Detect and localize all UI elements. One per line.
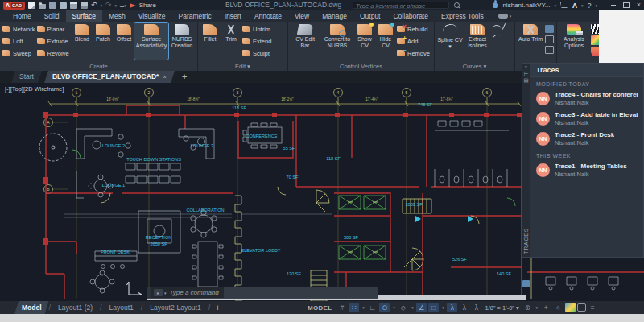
trace-list-item[interactable]: NN Trace2 - Front Desk Nishant Naik xyxy=(530,129,643,149)
layout-tab[interactable]: Model xyxy=(14,301,49,314)
undo-icon[interactable]: ↶ xyxy=(91,2,97,9)
arc-icon[interactable] xyxy=(491,33,502,43)
active-document-tab[interactable]: BLVD OFFICE_PLAN-AUTOCAD* × xyxy=(44,71,175,83)
ribbon-large-button[interactable]: Blend xyxy=(72,23,93,60)
ribbon-tab[interactable]: Express Tools xyxy=(435,10,490,22)
ribbon-large-button[interactable]: NURBS Creation xyxy=(168,23,196,60)
layout-tab[interactable]: Layout1 (2) xyxy=(51,301,100,314)
ribbon-tab[interactable]: Manage xyxy=(316,10,353,22)
ribbon-group-label-curves[interactable]: Curves ▾ xyxy=(436,63,513,71)
ribbon-large-button[interactable]: Fillet xyxy=(200,23,221,60)
close-palette-icon[interactable]: × xyxy=(525,64,528,71)
ribbon-small-button[interactable]: Remove xyxy=(397,48,431,58)
qat-customize-icon[interactable]: ▬▾ xyxy=(120,3,126,8)
ribbon-small-button[interactable]: Rebuild xyxy=(397,24,431,34)
ribbon-small-button[interactable]: Add xyxy=(397,36,431,46)
new-drawing-button[interactable]: + xyxy=(177,71,192,83)
trace-list-item[interactable]: NN Trace1 - Meeting Tables Nishant Naik xyxy=(530,160,643,180)
ribbon-large-button[interactable]: Auto Trim xyxy=(517,23,544,60)
osnap-dropdown-icon[interactable]: ▾ xyxy=(440,303,445,312)
share-button[interactable]: Share xyxy=(139,2,156,9)
open-file-icon[interactable] xyxy=(39,2,46,9)
ribbon-small-button[interactable]: Extrude xyxy=(37,36,71,46)
graphics-performance-icon[interactable] xyxy=(565,303,576,312)
ribbon-small-button[interactable]: Planar xyxy=(37,24,71,34)
project-ucs-icon[interactable] xyxy=(545,46,554,54)
help-icon[interactable]: ? xyxy=(587,2,591,10)
project-geometry-icon[interactable] xyxy=(545,25,554,33)
ribbon-small-button[interactable]: Extend xyxy=(242,36,276,46)
annotation-scale-icon[interactable]: λ xyxy=(471,303,481,312)
customization-dropdown-icon[interactable]: ▾ xyxy=(535,303,539,312)
model-space-label[interactable]: MODEL xyxy=(308,304,332,312)
ribbon-large-button[interactable]: Offset xyxy=(114,23,134,60)
ribbon-tab[interactable]: Insert xyxy=(218,10,248,22)
ribbon-large-button[interactable]: Extract Isolines xyxy=(464,23,491,60)
ribbon-tab[interactable]: Visualize xyxy=(132,10,172,22)
command-input-area[interactable] xyxy=(224,287,378,298)
ribbon-tab[interactable]: Parametric xyxy=(172,10,218,22)
traces-palette-icon[interactable] xyxy=(522,280,530,287)
polar-tracking-icon[interactable]: ⊙ xyxy=(379,303,390,312)
new-layout-button[interactable]: + xyxy=(210,302,225,314)
redo-dropdown-icon[interactable]: ▾ xyxy=(115,3,118,8)
redo-icon[interactable]: ↷ xyxy=(105,2,112,9)
project-view-icon[interactable] xyxy=(545,35,554,43)
grid-display-icon[interactable]: # xyxy=(336,303,347,312)
isodraft-dropdown-icon[interactable]: ▾ xyxy=(410,303,415,312)
save-as-icon[interactable] xyxy=(60,2,67,9)
user-dropdown-icon[interactable]: ▾ xyxy=(554,3,556,8)
command-line-grip[interactable] xyxy=(147,287,151,298)
ribbon-group-label-control-vertices[interactable]: Control Vertices xyxy=(290,63,432,71)
ribbon-large-button[interactable]: Trim xyxy=(221,23,242,60)
save-icon[interactable] xyxy=(49,2,56,9)
ribbon-tab[interactable]: Mesh xyxy=(102,10,132,22)
plus-icon[interactable]: + xyxy=(541,303,551,312)
autohide-palette-icon[interactable]: ⊢ xyxy=(524,71,529,77)
traces-side-tab[interactable]: TRACES xyxy=(523,228,529,254)
trace-list-item[interactable]: NN Trace4 - Chairs for conference ro Nis… xyxy=(530,89,643,109)
undo-dropdown-icon[interactable]: ▾ xyxy=(101,3,103,8)
ribbon-group-label-edit[interactable]: Edit ▾ xyxy=(200,63,286,71)
customization-gear-icon[interactable]: ⊕ xyxy=(522,303,533,312)
isolate-objects-icon[interactable]: ○ xyxy=(553,303,564,312)
annotation-scale-value[interactable]: 1/8" = 1'-0" ▾ xyxy=(483,304,520,312)
autocad-logo[interactable]: A CAD xyxy=(3,2,25,10)
annotation-visibility-icon[interactable]: λ xyxy=(447,303,457,312)
line-segment-icon[interactable] xyxy=(502,23,513,33)
ribbon-large-button[interactable]: Hide CV xyxy=(375,23,396,60)
snap-dropdown-icon[interactable]: ▾ xyxy=(361,303,365,312)
object-snap-icon[interactable]: □ xyxy=(428,303,439,312)
ribbon-large-button[interactable]: Analysis Options xyxy=(559,23,589,60)
ribbon-large-button[interactable]: Patch xyxy=(93,23,114,60)
close-button[interactable]: × xyxy=(637,2,641,9)
polar-dropdown-icon[interactable]: ▾ xyxy=(391,303,396,312)
ribbon-small-button[interactable]: Revolve xyxy=(37,48,71,58)
ribbon-tab[interactable]: Collaborate xyxy=(386,10,434,22)
ribbon-small-button[interactable]: Network xyxy=(2,24,35,34)
ribbon-tab[interactable]: Surface xyxy=(66,10,102,22)
ribbon-large-button[interactable]: Convert to NURBS xyxy=(320,23,354,60)
minimize-button[interactable] xyxy=(611,5,616,6)
ribbon-small-button[interactable]: Sculpt xyxy=(242,48,276,58)
ribbon-tab[interactable]: View xyxy=(288,10,316,22)
ribbon-display-toggle[interactable]: ▾ xyxy=(498,10,512,22)
clean-screen-icon[interactable] xyxy=(577,303,586,312)
close-document-icon[interactable]: × xyxy=(163,71,167,83)
ribbon-large-button[interactable]: Show CV xyxy=(354,23,375,60)
ribbon-large-button[interactable]: Spline CV ▾ xyxy=(436,23,464,60)
start-tab[interactable]: Start xyxy=(11,71,42,83)
ribbon-small-button[interactable]: Untrim xyxy=(242,24,276,34)
layout-tab[interactable]: Layout1 xyxy=(102,301,141,314)
command-input[interactable]: Type a command xyxy=(170,289,219,296)
ribbon-tab[interactable]: Output xyxy=(353,10,387,22)
ortho-icon[interactable]: ∟ xyxy=(367,303,378,312)
command-line-tool-icon[interactable]: ▸ xyxy=(154,289,163,296)
isodraft-icon[interactable]: ◇ xyxy=(398,303,408,312)
plot-icon[interactable] xyxy=(70,2,77,9)
help-dropdown-icon[interactable]: ▾ xyxy=(595,3,597,8)
menu-icon[interactable]: ≡ xyxy=(588,303,598,312)
publish-icon[interactable] xyxy=(80,2,88,9)
autodesk-icon[interactable]: Λ xyxy=(572,2,577,10)
autosnap-icon[interactable]: ∠ xyxy=(416,303,427,312)
